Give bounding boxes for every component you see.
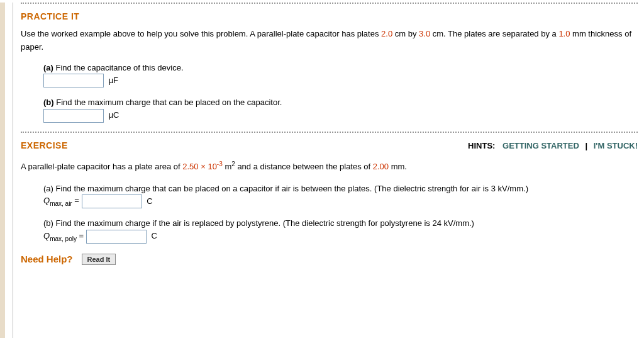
practice-a-unit: µF (109, 76, 118, 85)
practice-b-text: Find the maximum charge that can be plac… (54, 98, 282, 107)
practice-a-question: (a) Find the capacitance of this device. (43, 62, 638, 74)
practice-intro-text1: Use the worked example above to help you… (21, 29, 381, 38)
exercise-a-input[interactable] (82, 194, 142, 208)
practice-a-input[interactable] (43, 74, 104, 87)
hints-block: HINTS: GETTING STARTED | I'M STUCK! (468, 141, 638, 150)
ex-intro-mid: and a distance between the plates of (235, 162, 373, 171)
exercise-b-sub: max, poly (50, 235, 77, 242)
ex-dist-val: 2.00 (373, 162, 389, 171)
exercise-a-eq: = (72, 196, 82, 206)
exercise-a-text: (a) Find the maximum charge that can be … (43, 183, 638, 195)
practice-val3: 1.0 (558, 29, 570, 38)
practice-b-question: (b) Find the maximum charge that can be … (43, 96, 638, 109)
read-it-button[interactable]: Read It (82, 254, 116, 265)
hint-sep: | (585, 141, 587, 150)
exercise-a-sub: max, air (50, 200, 72, 207)
need-help-row: Need Help? Read It (21, 254, 638, 265)
need-help-label: Need Help? (21, 254, 73, 264)
practice-a-text: Find the capacitance of this device. (53, 63, 184, 72)
exercise-part-b: (b) Find the maximum charge if the air i… (43, 217, 638, 244)
hint-im-stuck[interactable]: I'M STUCK! (594, 141, 638, 150)
ex-intro-post: mm. (389, 162, 407, 171)
exercise-b-input[interactable] (86, 230, 147, 244)
practice-intro: Use the worked example above to help you… (21, 28, 638, 54)
exercise-b-text: (b) Find the maximum charge if the air i… (43, 217, 638, 230)
practice-b-unit: µC (109, 110, 119, 120)
divider-top (21, 3, 638, 4)
ex-area-val: 2.50 × 10 (182, 162, 217, 171)
practice-unit-cm1: cm by (392, 29, 419, 38)
practice-b-input[interactable] (43, 109, 104, 123)
practice-part-a: (a) Find the capacitance of this device.… (43, 62, 638, 88)
practice-part-b: (b) Find the maximum charge that can be … (43, 96, 638, 123)
exercise-title: EXERCISE (21, 140, 68, 150)
ex-intro-pre: A parallel-plate capacitor has a plate a… (21, 162, 182, 171)
practice-val2: 3.0 (419, 29, 430, 38)
exercise-b-eq: = (77, 231, 86, 240)
exercise-intro: A parallel-plate capacitor has a plate a… (21, 159, 638, 174)
ex-area-exp: -3 (217, 161, 223, 167)
exercise-part-a: (a) Find the maximum charge that can be … (43, 183, 638, 209)
practice-title: PRACTICE IT (21, 11, 638, 21)
hint-getting-started[interactable]: GETTING STARTED (502, 141, 579, 150)
hints-label: HINTS: (468, 141, 495, 150)
practice-unit-cm2: cm. The plates are separated by a (430, 29, 558, 38)
exercise-a-unit: C (147, 196, 152, 206)
practice-a-label: (a) (43, 63, 53, 72)
exercise-b-sym: Q (43, 231, 50, 240)
ex-area-unit-pre: m (223, 162, 231, 171)
exercise-a-sym: Q (43, 196, 50, 206)
exercise-b-unit: C (151, 231, 157, 240)
practice-val1: 2.0 (381, 29, 392, 38)
practice-b-label: (b) (43, 98, 54, 107)
divider-mid (21, 132, 638, 133)
